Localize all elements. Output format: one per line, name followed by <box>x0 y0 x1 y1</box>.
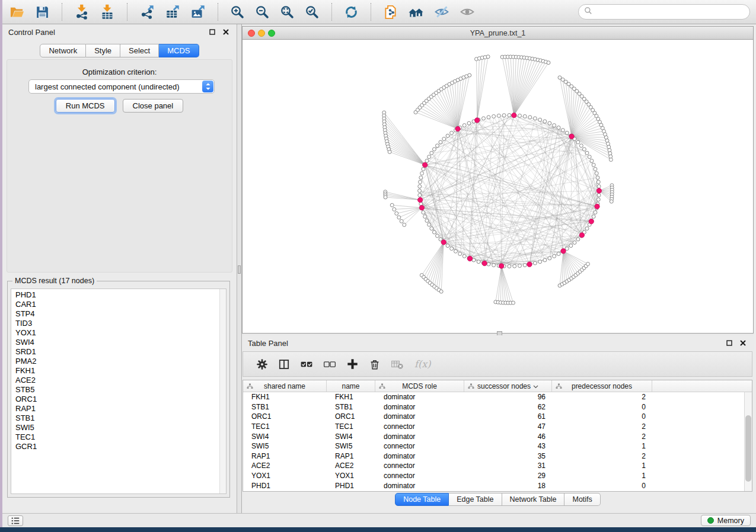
memory-button[interactable]: Memory <box>701 515 751 526</box>
table-cell[interactable]: SWI4 <box>243 432 327 441</box>
mcds-result-item[interactable]: ORC1 <box>11 395 226 404</box>
table-row[interactable]: PHD1PHD1dominator180 <box>243 480 752 491</box>
table-cell[interactable]: 43 <box>464 442 552 450</box>
tab-mcds[interactable]: MCDS <box>159 44 199 57</box>
zoom-out-button[interactable] <box>255 5 270 20</box>
run-mcds-button[interactable]: Run MCDS <box>56 99 115 113</box>
window-maximize-icon[interactable] <box>268 30 275 37</box>
add-column-button[interactable] <box>346 358 359 370</box>
mcds-result-item[interactable]: YOX1 <box>11 328 226 338</box>
save-session-button[interactable] <box>35 5 50 20</box>
table-cell[interactable]: connector <box>375 422 464 431</box>
mcds-result-item[interactable]: STB5 <box>11 385 226 395</box>
table-cell[interactable]: FKH1 <box>327 393 375 401</box>
mcds-result-item[interactable]: CAR1 <box>11 300 226 309</box>
tab-edge-table[interactable]: Edge Table <box>449 493 502 506</box>
table-cell[interactable]: connector <box>375 462 464 470</box>
table-cell[interactable]: 2 <box>552 422 652 431</box>
table-cell[interactable]: 1 <box>552 442 652 450</box>
table-row[interactable]: TEC1TEC1connector472 <box>243 422 752 432</box>
float-panel-icon[interactable] <box>208 27 217 37</box>
column-header-name[interactable]: name <box>327 380 375 392</box>
zoom-fit-button[interactable] <box>280 5 295 20</box>
tab-motifs[interactable]: Motifs <box>564 493 600 506</box>
zoom-selected-button[interactable] <box>305 5 320 20</box>
show-panels-button[interactable] <box>8 515 23 526</box>
table-cell[interactable]: SWI4 <box>327 432 375 441</box>
table-row[interactable]: ACE2ACE2connector311 <box>243 461 752 471</box>
tab-network[interactable]: Network <box>40 44 86 57</box>
table-cell[interactable]: PHD1 <box>327 482 375 490</box>
table-row[interactable]: YOX1YOX1connector291 <box>243 471 752 481</box>
deselect-all-button[interactable] <box>323 358 336 371</box>
table-row[interactable]: SWI5SWI5connector431 <box>243 441 752 451</box>
table-cell[interactable]: ORC1 <box>243 412 327 421</box>
table-cell[interactable]: YOX1 <box>243 472 327 480</box>
network-titlebar[interactable]: YPA_prune.txt_1 <box>243 27 753 40</box>
table-cell[interactable]: FKH1 <box>243 393 327 401</box>
table-cell[interactable]: 46 <box>464 432 552 441</box>
refresh-button[interactable] <box>344 5 359 20</box>
table-cell[interactable]: TEC1 <box>243 422 327 431</box>
mcds-result-item[interactable]: STP4 <box>11 309 226 319</box>
table-cell[interactable]: 0 <box>552 403 652 411</box>
first-neighbors-button[interactable] <box>408 4 424 20</box>
duplicate-network-button[interactable] <box>383 5 398 20</box>
close-panel-icon[interactable] <box>221 27 231 37</box>
table-cell[interactable]: 29 <box>464 472 552 480</box>
table-cell[interactable]: 47 <box>464 422 552 431</box>
table-cell[interactable]: dominator <box>375 432 464 441</box>
export-table-button[interactable] <box>165 4 180 20</box>
table-cell[interactable]: dominator <box>375 393 464 401</box>
open-session-button[interactable] <box>9 4 25 20</box>
splitter-grip-icon[interactable] <box>238 265 241 274</box>
table-cell[interactable]: 96 <box>464 393 552 401</box>
column-header-predecessor-nodes[interactable]: predecessor nodes <box>552 380 652 392</box>
table-cell[interactable]: dominator <box>375 482 464 490</box>
table-cell[interactable]: 31 <box>464 462 552 470</box>
table-cell[interactable]: 2 <box>552 393 652 401</box>
search-input[interactable] <box>595 6 742 18</box>
mcds-result-list[interactable]: PHD1CAR1STP4TID3YOX1SWI4SRD1PMA2FKH1ACE2… <box>11 289 227 494</box>
table-row[interactable]: RAP1RAP1dominator352 <box>243 451 752 462</box>
table-cell[interactable]: YOX1 <box>327 472 375 480</box>
table-cell[interactable]: RAP1 <box>327 452 375 460</box>
table-cell[interactable]: 1 <box>552 462 652 470</box>
table-cell[interactable]: 62 <box>464 403 552 411</box>
export-network-button[interactable] <box>139 4 155 20</box>
import-table-button[interactable] <box>100 4 115 20</box>
tab-network-table[interactable]: Network Table <box>502 493 565 506</box>
float-panel-icon[interactable] <box>725 338 734 348</box>
close-panel-icon[interactable] <box>738 338 748 348</box>
import-network-button[interactable] <box>74 4 90 20</box>
vertical-splitter[interactable] <box>237 24 242 513</box>
table-cell[interactable]: RAP1 <box>243 452 327 460</box>
network-graph[interactable] <box>243 40 753 333</box>
table-cell[interactable]: 0 <box>552 482 652 490</box>
table-cell[interactable]: dominator <box>375 412 464 421</box>
column-header-mcds-role[interactable]: MCDS role <box>375 380 464 392</box>
column-header-successor-nodes[interactable]: successor nodes <box>464 380 552 392</box>
select-all-button[interactable] <box>300 358 313 371</box>
zoom-in-button[interactable] <box>230 5 245 20</box>
tab-style[interactable]: Style <box>86 44 120 57</box>
table-cell[interactable]: STB1 <box>327 403 375 411</box>
split-view-button[interactable] <box>278 358 290 370</box>
hide-selected-button[interactable] <box>434 4 449 20</box>
table-row[interactable]: FKH1FKH1dominator962 <box>243 392 752 402</box>
network-canvas[interactable] <box>243 40 753 333</box>
delete-column-button[interactable] <box>369 358 381 370</box>
mcds-result-item[interactable]: GCR1 <box>11 442 226 451</box>
table-cell[interactable]: 2 <box>552 452 652 460</box>
mcds-result-item[interactable]: RAP1 <box>11 404 226 414</box>
table-cell[interactable]: PHD1 <box>243 482 327 490</box>
mcds-result-item[interactable]: SWI5 <box>11 423 226 432</box>
mcds-result-item[interactable]: PHD1 <box>11 290 226 300</box>
table-cell[interactable]: dominator <box>375 452 464 460</box>
table-cell[interactable]: ACE2 <box>327 462 375 470</box>
table-row[interactable]: STB1STB1dominator620 <box>243 402 752 412</box>
table-cell[interactable]: connector <box>375 472 464 480</box>
table-cell[interactable]: 18 <box>464 482 552 490</box>
table-row[interactable]: ORC1ORC1dominator610 <box>243 412 752 422</box>
table-row[interactable]: SWI4SWI4dominator462 <box>243 431 752 441</box>
